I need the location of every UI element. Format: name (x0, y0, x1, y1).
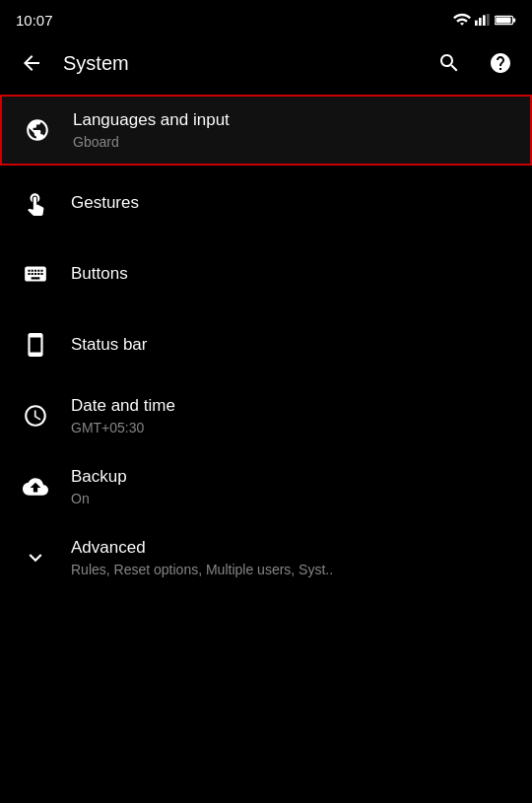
settings-item-advanced[interactable]: Advanced Rules, Reset options, Multiple … (0, 522, 532, 593)
settings-item-gestures[interactable]: Gestures (0, 167, 532, 238)
status-icons (453, 13, 516, 27)
gestures-title: Gestures (71, 192, 139, 214)
svg-rect-6 (496, 17, 510, 23)
datetime-subtitle: GMT+05:30 (71, 419, 175, 436)
help-icon (489, 51, 512, 75)
settings-list: Languages and input Gboard Gestures Butt… (0, 95, 532, 593)
back-button[interactable] (8, 39, 55, 87)
signal-icon (475, 13, 491, 27)
statusbar-text: Status bar (71, 334, 148, 356)
toolbar: System (0, 35, 532, 91)
svg-rect-5 (513, 18, 515, 22)
backup-icon (16, 467, 55, 506)
languages-title: Languages and input (73, 109, 230, 131)
clock-icon (16, 396, 55, 435)
settings-item-buttons[interactable]: Buttons (0, 238, 532, 309)
search-icon (437, 51, 461, 75)
buttons-text: Buttons (71, 263, 128, 285)
status-bar: 10:07 (0, 0, 532, 35)
help-button[interactable] (477, 39, 524, 87)
backup-subtitle: On (71, 490, 127, 507)
wifi-icon (453, 13, 471, 27)
settings-item-backup[interactable]: Backup On (0, 451, 532, 522)
back-arrow-icon (20, 51, 43, 75)
chevron-down-icon (16, 538, 55, 577)
svg-rect-0 (475, 21, 478, 26)
search-button[interactable] (426, 39, 473, 87)
globe-icon (18, 110, 57, 150)
datetime-text: Date and time GMT+05:30 (71, 395, 175, 436)
toolbar-actions (426, 39, 524, 87)
settings-item-statusbar[interactable]: Status bar (0, 309, 532, 380)
buttons-title: Buttons (71, 263, 128, 285)
backup-title: Backup (71, 466, 127, 488)
svg-rect-1 (479, 18, 482, 26)
keyboard-icon (16, 254, 55, 294)
page-title: System (63, 52, 426, 75)
advanced-text: Advanced Rules, Reset options, Multiple … (71, 537, 333, 578)
advanced-title: Advanced (71, 537, 333, 559)
battery-icon (495, 14, 516, 27)
datetime-title: Date and time (71, 395, 175, 417)
languages-subtitle: Gboard (73, 133, 230, 151)
gestures-text: Gestures (71, 192, 139, 214)
svg-rect-2 (483, 15, 486, 26)
svg-rect-3 (487, 14, 490, 26)
statusbar-title: Status bar (71, 334, 148, 356)
backup-text: Backup On (71, 466, 127, 507)
languages-text: Languages and input Gboard (73, 109, 230, 151)
settings-item-languages[interactable]: Languages and input Gboard (0, 95, 532, 166)
advanced-subtitle: Rules, Reset options, Multiple users, Sy… (71, 561, 333, 578)
status-time: 10:07 (16, 12, 53, 29)
statusbar-icon (16, 325, 55, 365)
settings-item-datetime[interactable]: Date and time GMT+05:30 (0, 380, 532, 451)
gestures-icon (16, 183, 55, 223)
